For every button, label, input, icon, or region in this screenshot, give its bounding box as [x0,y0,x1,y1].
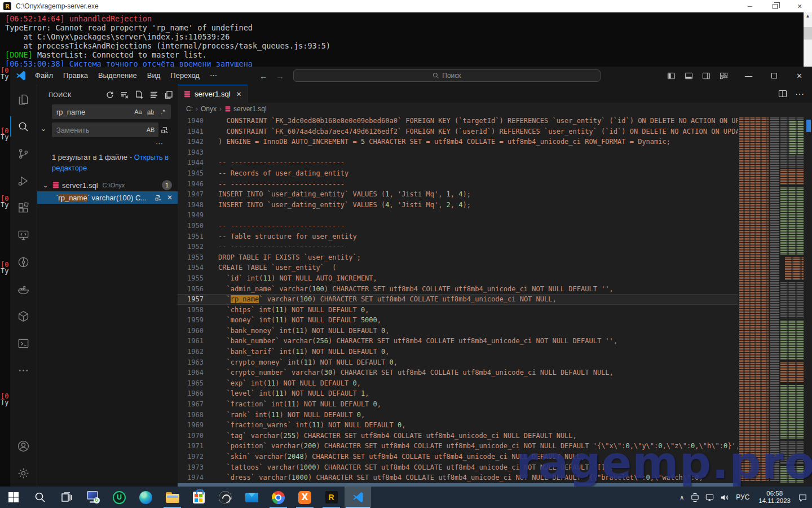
network-icon[interactable] [705,493,714,502]
code-line-1946[interactable]: 1946-- ---------------------------- [178,179,738,190]
tab-close-icon[interactable]: ✕ [236,90,242,98]
volume-icon[interactable] [720,493,729,502]
iobit-uninstaller-button[interactable]: U [106,487,133,508]
task-view-button[interactable] [53,487,80,508]
code-line-1964[interactable]: 1964 `crypto_number` varchar(30) CHARACT… [178,367,738,378]
console-scrollbar[interactable]: ▲ [804,12,812,67]
tray-expand-icon[interactable]: ∧ [678,494,685,501]
refresh-icon[interactable] [105,90,114,99]
dismiss-match-icon[interactable]: ✕ [167,194,173,202]
console-close-button[interactable]: ✕ [787,0,812,12]
code-line-1945[interactable]: 1945-- Records of user_dating_entity [178,168,738,179]
search-input[interactable]: rp_name Aa ab .* [52,104,171,119]
activity-item-package[interactable] [10,303,37,330]
collapse-chevron-icon[interactable]: ⌄ [43,182,50,189]
code-line-1949[interactable]: 1949 [178,210,738,221]
menu-item-0[interactable]: Файл [30,67,58,85]
vscode-button[interactable] [345,487,371,508]
wireless-display-icon[interactable] [690,493,700,502]
code-line-1944[interactable]: 1944-- ---------------------------- [178,157,738,168]
code-line-1942[interactable]: 1942) ENGINE = InnoDB AUTO_INCREMENT = 5… [178,137,738,147]
activity-item-docker[interactable] [10,275,37,303]
menu-item-3[interactable]: Вид [142,67,166,85]
toggle-replace-chevron-icon[interactable]: ⌄ [41,125,46,133]
breadcrumb-item-1[interactable]: Onyx [201,105,217,113]
open-in-editor-icon[interactable] [164,90,173,99]
preserve-case-icon[interactable]: AB [145,124,156,135]
breadcrumb-item-0[interactable]: C: [186,105,193,113]
vscode-maximize-button[interactable] [761,67,787,85]
menu-item-2[interactable]: Выделение [93,67,142,85]
toggle-search-details-icon[interactable]: ··· [52,141,171,147]
activity-item-settings[interactable] [10,459,37,487]
toggle-secondary-sidebar-icon[interactable] [702,72,710,80]
code-editor[interactable]: 1940 CONSTRAINT `FK_3dc0ed80b168e8e0e09e… [178,115,812,487]
scroll-up-icon[interactable]: ▲ [804,12,812,20]
code-line-1943[interactable]: 1943 [178,147,738,158]
activity-item-search[interactable] [10,113,37,140]
code-line-1969[interactable]: 1969 `fraction_warns` int(11) NOT NULL D… [178,420,738,431]
code-line-1970[interactable]: 1970 `tag` varchar(255) CHARACTER SET ut… [178,431,738,441]
code-line-1973[interactable]: 1973 `tattoos` varchar(1000) CHARACTER S… [178,462,738,473]
activity-item-account[interactable] [10,432,37,459]
regex-icon[interactable]: .* [157,106,169,117]
start-button[interactable] [0,487,27,508]
overview-ruler[interactable] [805,115,812,483]
my-computer-button[interactable]: ↻ [80,487,106,508]
vscode-titlebar[interactable]: ФайлПравкаВыделениеВидПереход⋯ ← → Поиск… [10,67,812,85]
replace-match-icon[interactable] [155,194,162,202]
vscode-close-button[interactable]: ✕ [787,67,812,85]
clear-results-icon[interactable] [120,90,129,99]
edge-button[interactable] [133,487,159,508]
code-line-1955[interactable]: 1955 `id` int(11) NOT NULL AUTO_INCREMEN… [178,273,738,284]
code-line-1951[interactable]: 1951-- Table structure for user_entity [178,231,738,242]
activity-item-more[interactable] [10,357,37,384]
console-minimize-button[interactable]: ─ [738,0,762,12]
activity-item-terminal[interactable] [10,330,37,357]
new-search-editor-icon[interactable] [135,90,144,99]
code-line-1959[interactable]: 1959 `money` int(11) NOT NULL DEFAULT 50… [178,315,738,326]
code-line-1971[interactable]: 1971 `position` varchar(200) CHARACTER S… [178,441,738,452]
code-line-1954[interactable]: 1954CREATE TABLE `user_entity` ( [178,262,738,273]
nav-forward-icon[interactable]: → [276,71,284,81]
result-file-row[interactable]: ⌄ server1.sql C:\Onyx 1 [37,179,178,191]
activity-item-explorer[interactable] [10,86,37,113]
toggle-sidebar-icon[interactable] [667,72,676,80]
breadcrumb-item-2[interactable]: server1.sql [224,105,267,113]
system-care-button[interactable] [212,487,239,508]
console-restore-button[interactable] [762,0,787,12]
code-line-1967[interactable]: 1967 `fraction` int(11) NOT NULL DEFAULT… [178,399,738,410]
action-center-icon[interactable] [798,493,807,502]
split-editor-icon[interactable] [778,89,787,98]
code-line-1974[interactable]: 1974 `dress` varchar(1000) CHARACTER SET… [178,472,738,483]
customize-layout-icon[interactable] [720,72,728,80]
code-line-1948[interactable]: 1948INSERT INTO `user_dating_entity` VAL… [178,200,738,211]
ragemp-button[interactable]: R [318,487,345,508]
code-line-1952[interactable]: 1952-- ---------------------------- [178,242,738,252]
minimap[interactable] [738,115,805,483]
menu-item-4[interactable]: Переход [165,67,205,85]
code-line-1961[interactable]: 1961 `bank_number` varchar(256) CHARACTE… [178,336,738,347]
code-line-1957[interactable]: 1957 `rp_name` varchar(100) CHARACTER SE… [178,294,738,305]
toggle-panel-icon[interactable] [685,72,693,80]
code-line-1956[interactable]: 1956 `admin_name` varchar(100) CHARACTER… [178,284,738,295]
chrome-button[interactable] [265,487,292,508]
code-line-1962[interactable]: 1962 `bank_tarif` int(11) NOT NULL DEFAU… [178,347,738,357]
menu-item-1[interactable]: Правка [58,67,93,85]
activity-item-extensions[interactable] [10,194,37,221]
match-case-icon[interactable]: Aa [133,106,144,117]
activity-item-remote-explorer[interactable] [10,221,37,248]
language-indicator[interactable]: РУС [734,493,751,501]
vscode-minimize-button[interactable]: — [736,67,761,85]
activity-item-run-debug[interactable] [10,167,37,194]
code-line-1953[interactable]: 1953DROP TABLE IF EXISTS `user_entity`; [178,252,738,263]
code-line-1966[interactable]: 1966 `level` int(11) NOT NULL DEFAULT 1, [178,388,738,399]
code-line-1960[interactable]: 1960 `bank_money` int(11) NOT NULL DEFAU… [178,326,738,336]
code-line-1972[interactable]: 1972 `skin` varchar(2048) CHARACTER SET … [178,452,738,462]
microsoft-store-button[interactable] [186,487,212,508]
code-line-1947[interactable]: 1947INSERT INTO `user_dating_entity` VAL… [178,189,738,200]
code-line-1958[interactable]: 1958 `chips` int(11) NOT NULL DEFAULT 0, [178,305,738,316]
code-line-1963[interactable]: 1963 `crypto_money` int(11) NOT NULL DEF… [178,357,738,368]
replace-input[interactable]: Заменить AB [52,122,158,137]
expand-all-icon[interactable] [149,90,158,99]
